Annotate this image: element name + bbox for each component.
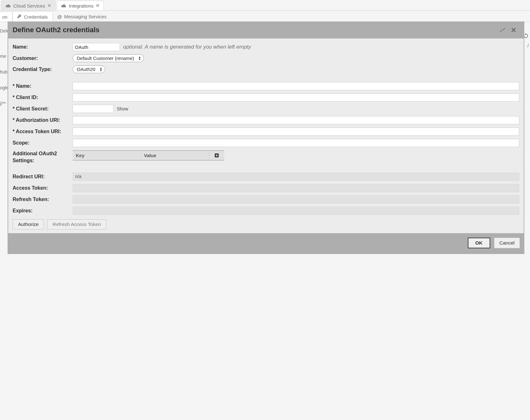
inner-tabs: on Credentials @ Messaging Services <box>0 11 530 22</box>
close-icon[interactable]: ✕ <box>96 3 100 9</box>
cloud-icon <box>61 4 67 8</box>
inner-tab-fragment[interactable]: on <box>0 12 12 22</box>
tab-cloud-services[interactable]: Cloud Services ✕ <box>1 1 56 10</box>
tab-integrations-label: Integrations <box>69 3 93 9</box>
close-icon[interactable]: ✕ <box>47 3 51 9</box>
key-icon <box>17 14 22 20</box>
dialog-oauth2-credentials: Define OAuth2 credentials Name: optional… <box>8 21 524 22</box>
inner-tab-messaging-label: Messaging Services <box>64 14 106 19</box>
tab-cloud-services-label: Cloud Services <box>13 3 45 9</box>
tab-integrations[interactable]: Integrations ✕ <box>57 1 104 10</box>
app-top-tabs: Cloud Services ✕ Integrations ✕ <box>0 0 530 11</box>
inner-tab-messaging[interactable]: @ Messaging Services <box>53 11 111 22</box>
inner-tab-credentials-label: Credentials <box>24 14 48 20</box>
at-icon: @ <box>57 14 62 19</box>
inner-tab-credentials[interactable]: Credentials <box>12 11 53 22</box>
cloud-icon <box>5 4 11 8</box>
